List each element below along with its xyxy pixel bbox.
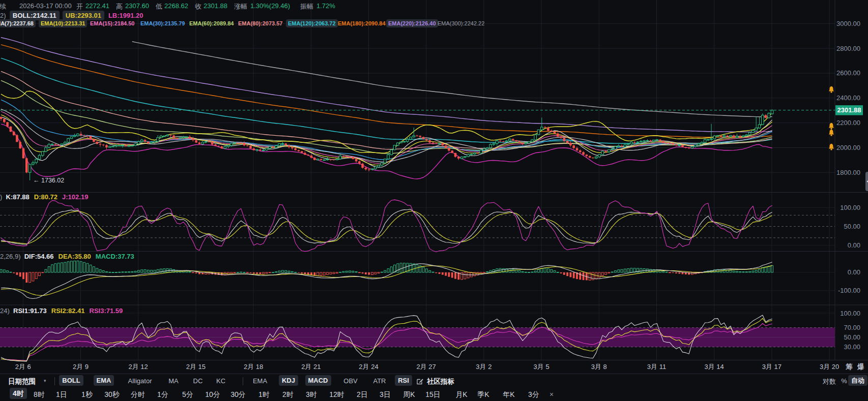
- svg-text:2月 6: 2月 6: [15, 363, 31, 371]
- svg-text:2200.00: 2200.00: [836, 119, 860, 127]
- svg-text:0.00: 0.00: [848, 268, 860, 276]
- svg-text:3月 11: 3月 11: [647, 363, 666, 371]
- svg-text:3月 8: 3月 8: [591, 363, 607, 371]
- svg-text:100.00: 100.00: [840, 204, 860, 211]
- svg-text:2月 15: 2月 15: [186, 363, 206, 371]
- svg-text:2月 21: 2月 21: [301, 363, 321, 371]
- svg-text:3月 17: 3月 17: [762, 363, 782, 371]
- svg-text:2月 12: 2月 12: [129, 363, 148, 371]
- svg-text:← 1736.02: ← 1736.02: [33, 177, 64, 184]
- svg-text:2000.00: 2000.00: [836, 144, 860, 151]
- svg-text:0.00: 0.00: [848, 241, 860, 249]
- svg-text:3月 14: 3月 14: [705, 363, 724, 371]
- svg-text:2400.00: 2400.00: [836, 94, 860, 102]
- svg-text:3月 5: 3月 5: [534, 363, 549, 371]
- svg-text:筹: 筹: [845, 363, 853, 371]
- svg-text:3月 20: 3月 20: [820, 363, 839, 371]
- svg-text:-100.00: -100.00: [838, 287, 860, 294]
- svg-text:2月 18: 2月 18: [244, 363, 263, 371]
- svg-text:3月 2: 3月 2: [476, 363, 491, 371]
- svg-text:30.00: 30.00: [844, 343, 860, 351]
- svg-text:1800.00: 1800.00: [836, 169, 860, 176]
- svg-text:2600.00: 2600.00: [836, 69, 860, 77]
- svg-text:70.00: 70.00: [844, 324, 860, 331]
- svg-text:3000.00: 3000.00: [836, 20, 860, 27]
- svg-text:100.00: 100.00: [840, 310, 860, 317]
- svg-text:50.00: 50.00: [844, 223, 860, 230]
- svg-text:2月 9: 2月 9: [73, 363, 89, 371]
- svg-text:2月 27: 2月 27: [417, 363, 436, 371]
- svg-text:2800.00: 2800.00: [836, 45, 860, 52]
- svg-text:爆: 爆: [857, 363, 864, 371]
- svg-text:2301.88: 2301.88: [837, 106, 861, 114]
- svg-text:50.00: 50.00: [844, 333, 860, 341]
- svg-text:2月 24: 2月 24: [359, 363, 378, 371]
